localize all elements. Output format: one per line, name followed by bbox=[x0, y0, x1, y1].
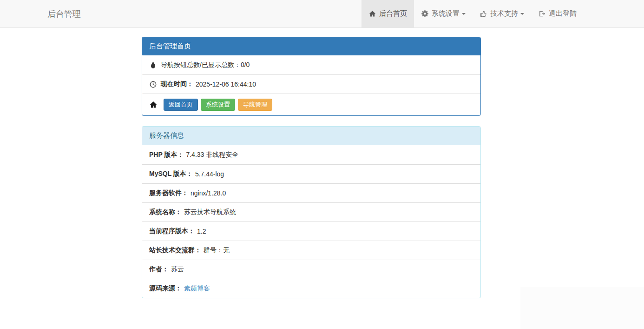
nav-count-text: 导航按钮总数/已显示总数：0/0 bbox=[161, 61, 250, 69]
nav-item-label: 后台首页 bbox=[379, 9, 407, 18]
row-value: 1.2 bbox=[197, 228, 206, 235]
home-icon bbox=[368, 10, 376, 17]
row-label: 站长技术交流群： bbox=[149, 246, 201, 255]
server-info-row-software: 服务器软件： nginx/1.28.0 bbox=[142, 183, 480, 202]
nav-item-label: 退出登陆 bbox=[549, 9, 577, 18]
server-info-row-php: PHP 版本： 7.4.33 非线程安全 bbox=[142, 145, 480, 164]
row-label: 服务器软件： bbox=[149, 189, 188, 197]
row-value: 群号：无 bbox=[204, 246, 230, 255]
clock-icon bbox=[149, 81, 157, 88]
system-settings-button[interactable]: 系统设置 bbox=[201, 99, 235, 111]
server-info-row-author: 作者： 苏云 bbox=[142, 260, 480, 279]
row-value: nginx/1.28.0 bbox=[191, 189, 226, 197]
nav-item-system-settings[interactable]: 系统设置 bbox=[414, 0, 473, 28]
nav-manage-button[interactable]: 导航管理 bbox=[238, 99, 272, 111]
row-value: 苏云技术导航系统 bbox=[184, 208, 236, 216]
row-label: 源码来源： bbox=[149, 284, 182, 293]
sign-out-icon bbox=[538, 10, 546, 17]
navbar-menu: 后台首页 系统设置 技术支 bbox=[361, 0, 584, 28]
server-info-row-qq-group: 站长技术交流群： 群号：无 bbox=[142, 241, 480, 260]
quick-links-row: 返回首页 系统设置 导航管理 bbox=[142, 94, 480, 115]
server-info-row-system-name: 系统名称： 苏云技术导航系统 bbox=[142, 202, 480, 222]
dashboard-panel-title: 后台管理首页 bbox=[142, 37, 480, 55]
brand-title[interactable]: 后台管理 bbox=[46, 8, 81, 20]
nav-item-logout[interactable]: 退出登陆 bbox=[531, 0, 584, 28]
caret-down-icon bbox=[520, 13, 524, 15]
top-navbar: 后台管理 后台首页 系统设置 bbox=[0, 0, 644, 28]
current-time-row: 现在时间： 2025-12-06 16:44:10 bbox=[142, 74, 480, 94]
server-info-row-mysql: MySQL 版本： 5.7.44-log bbox=[142, 164, 480, 183]
row-value: 苏云 bbox=[171, 265, 184, 274]
row-label: 作者： bbox=[149, 265, 169, 274]
back-home-button[interactable]: 返回首页 bbox=[164, 99, 198, 111]
thumbs-up-icon bbox=[480, 10, 487, 17]
main-content: 后台管理首页 导航按钮总数/已显示总数：0/0 现在时间： 2025-12-06… bbox=[142, 37, 481, 298]
row-label: MySQL 版本： bbox=[149, 170, 193, 178]
caret-down-icon bbox=[462, 13, 466, 15]
server-info-panel-title: 服务器信息 bbox=[142, 127, 480, 145]
server-info-panel: 服务器信息 PHP 版本： 7.4.33 非线程安全 MySQL 版本： 5.7… bbox=[142, 126, 481, 298]
current-time-value: 2025-12-06 16:44:10 bbox=[196, 81, 256, 88]
nav-count-row: 导航按钮总数/已显示总数：0/0 bbox=[142, 55, 480, 74]
gear-icon bbox=[421, 10, 429, 17]
nav-item-label: 技术支持 bbox=[490, 9, 518, 18]
home-icon bbox=[149, 101, 157, 108]
server-info-row-version: 当前程序版本： 1.2 bbox=[142, 222, 480, 241]
source-blog-link[interactable]: 素颜博客 bbox=[184, 284, 210, 293]
background-patch bbox=[520, 287, 644, 329]
tint-icon bbox=[149, 61, 157, 68]
server-info-row-source: 源码来源： 素颜博客 bbox=[142, 279, 480, 298]
nav-item-admin-home[interactable]: 后台首页 bbox=[361, 0, 414, 28]
nav-item-label: 系统设置 bbox=[432, 9, 460, 18]
row-label: 当前程序版本： bbox=[149, 227, 195, 235]
row-label: 系统名称： bbox=[149, 208, 182, 216]
dashboard-panel: 后台管理首页 导航按钮总数/已显示总数：0/0 现在时间： 2025-12-06… bbox=[142, 37, 481, 116]
row-value: 5.7.44-log bbox=[195, 170, 224, 178]
navbar-container: 后台管理 后台首页 系统设置 bbox=[46, 0, 598, 27]
nav-item-tech-support[interactable]: 技术支持 bbox=[473, 0, 531, 28]
current-time-label: 现在时间： bbox=[161, 80, 193, 88]
row-label: PHP 版本： bbox=[149, 151, 184, 159]
row-value: 7.4.33 非线程安全 bbox=[186, 151, 238, 159]
